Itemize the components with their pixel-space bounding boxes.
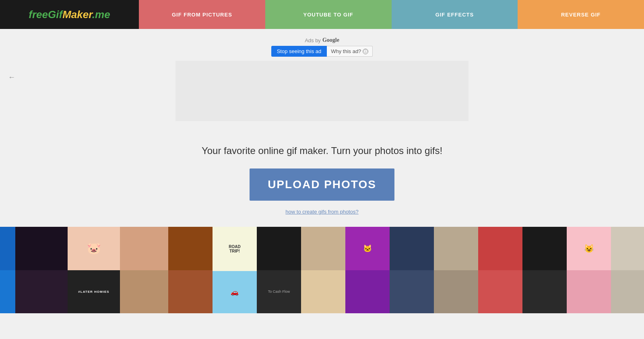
strip-cell: 😺	[567, 227, 611, 313]
tagline: Your favorite online gif maker. Turn you…	[202, 145, 442, 156]
logo-me: .me	[92, 8, 110, 21]
strip-cell: 🐱	[345, 227, 390, 313]
ads-by-google-label: Ads by Google	[305, 37, 339, 43]
strip-cell: 🐷 #LATER HOMIES	[68, 227, 120, 313]
ad-placeholder	[175, 61, 469, 121]
strip-cell	[390, 227, 434, 313]
upload-photos-button[interactable]: UPLOAD PHOTOS	[250, 168, 394, 201]
back-arrow[interactable]: ←	[8, 73, 15, 82]
logo-free: free	[29, 8, 48, 21]
strip-cell	[168, 227, 213, 313]
strip-cell	[120, 227, 168, 313]
strip-cell: To Cash Flow	[257, 227, 301, 313]
ad-controls: Stop seeing this ad Why this ad? ⓘ	[271, 46, 373, 57]
strip-cell	[0, 227, 15, 313]
ads-by-text: Ads by	[305, 37, 321, 43]
logo-maker: Maker	[62, 8, 92, 21]
how-to-link[interactable]: how to create gifs from photos?	[285, 209, 358, 215]
ad-section: Ads by Google Stop seeing this ad Why th…	[175, 37, 469, 121]
logo-gif: Gif	[48, 8, 62, 21]
strip-cell	[522, 227, 567, 313]
strip-cell: ROADTRIP! 🚗	[213, 227, 257, 313]
stop-seeing-ad-button[interactable]: Stop seeing this ad	[271, 46, 327, 57]
strip-cell	[434, 227, 478, 313]
why-this-ad-button[interactable]: Why this ad? ⓘ	[327, 46, 373, 57]
strip-cell	[301, 227, 345, 313]
why-this-ad-text: Why this ad?	[331, 48, 361, 54]
tab-youtube-to-gif[interactable]: YOUTUBE TO GIF	[265, 0, 392, 29]
logo-area: freeGifMaker.me	[0, 0, 139, 29]
strip-cell	[611, 227, 644, 313]
tab-gif-from-pictures[interactable]: GIF FROM PICTURES	[139, 0, 265, 29]
strip-cell	[15, 227, 68, 313]
strip-cell	[478, 227, 522, 313]
site-logo[interactable]: freeGifMaker.me	[29, 8, 110, 21]
navbar: freeGifMaker.me GIF FROM PICTURES YOUTUB…	[0, 0, 644, 29]
info-icon: ⓘ	[363, 49, 368, 54]
google-text: Google	[322, 37, 339, 43]
gif-strip: 🐷 #LATER HOMIES ROADTRIP! 🚗 To Cash Flow…	[0, 227, 644, 313]
tab-gif-effects[interactable]: GIF EFFECTS	[392, 0, 518, 29]
main-content: ← Ads by Google Stop seeing this ad Why …	[0, 29, 644, 227]
tab-reverse-gif[interactable]: REVERSE GIF	[518, 0, 644, 29]
